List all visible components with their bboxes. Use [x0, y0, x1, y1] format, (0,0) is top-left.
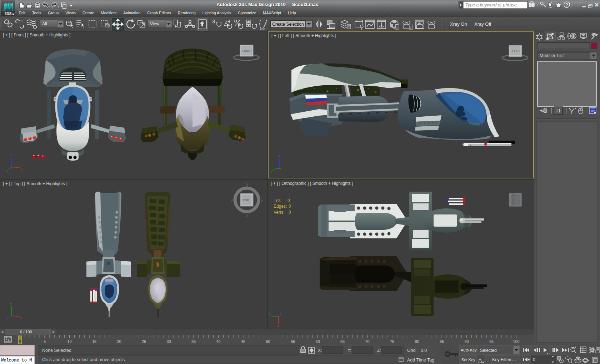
svg-text:80: 80 [415, 339, 419, 344]
svg-text:20: 20 [117, 339, 121, 344]
svg-text:30: 30 [166, 339, 171, 344]
svg-text:All: All [42, 21, 47, 26]
svg-text:Welcome to M: Welcome to M [1, 358, 32, 363]
svg-text:Xray Off: Xray Off [474, 21, 491, 27]
svg-text:Add Time Tag: Add Time Tag [407, 358, 434, 363]
svg-text:Xray On: Xray On [450, 21, 467, 27]
svg-text:LEFT: LEFT [512, 49, 520, 53]
svg-text:X:: X: [318, 348, 322, 353]
svg-text:z: z [280, 311, 282, 315]
svg-text:90: 90 [464, 339, 469, 344]
svg-text:Edges:: Edges: [274, 204, 287, 209]
svg-text:25: 25 [142, 339, 146, 344]
svg-text:0: 0 [19, 339, 21, 343]
svg-text:y: y [10, 301, 12, 305]
svg-text:<: < [1, 330, 4, 334]
svg-text:TOP: TOP [242, 198, 249, 202]
svg-text:z: z [6, 317, 9, 321]
svg-text:Create Selection Se: Create Selection Se [272, 22, 310, 27]
svg-text:y: y [269, 312, 271, 316]
svg-text:0: 0 [289, 210, 291, 215]
svg-text:z: z [10, 152, 12, 157]
svg-text:Grid = 0.0: Grid = 0.0 [407, 348, 427, 353]
svg-text:Tris:: Tris: [274, 198, 282, 203]
svg-text:40: 40 [216, 339, 220, 344]
svg-text:0: 0 [288, 198, 290, 203]
svg-text:BOTTOM: BOTTOM [512, 192, 515, 205]
svg-text:3DS: 3DS [5, 12, 12, 16]
svg-text:Y:: Y: [348, 348, 351, 353]
svg-text:Auto Key: Auto Key [461, 348, 477, 352]
svg-text:W: W [230, 198, 234, 202]
svg-text:0: 0 [533, 357, 535, 362]
svg-text:x: x [277, 323, 279, 328]
svg-text:Set Key: Set Key [461, 358, 475, 362]
svg-text:View: View [150, 21, 159, 26]
svg-text:y: y [271, 169, 273, 173]
svg-text:None Selected: None Selected [42, 348, 71, 353]
svg-text:Z:: Z: [377, 348, 381, 353]
svg-text:50: 50 [266, 339, 270, 344]
svg-text:y: y [6, 168, 9, 172]
svg-text:N: N [245, 182, 248, 187]
svg-text:70: 70 [365, 339, 369, 344]
svg-text:Selected: Selected [480, 348, 497, 353]
svg-text:0 / 100: 0 / 100 [20, 330, 32, 334]
svg-text:x: x [20, 167, 22, 171]
svg-text:65: 65 [340, 339, 345, 344]
svg-text:75: 75 [390, 339, 394, 344]
svg-text:FRONT: FRONT [242, 49, 252, 52]
svg-text:85: 85 [440, 339, 444, 344]
svg-text:Type a keyword or phrase: Type a keyword or phrase [465, 2, 517, 7]
svg-text:15: 15 [92, 339, 96, 344]
svg-text:55: 55 [291, 339, 295, 344]
svg-text:10: 10 [67, 339, 71, 344]
svg-text:95: 95 [489, 339, 494, 344]
svg-text:S: S [245, 213, 248, 217]
svg-text:>: > [52, 330, 54, 334]
svg-text:100: 100 [513, 339, 519, 344]
svg-text:Key Filters...: Key Filters... [492, 357, 516, 362]
svg-text:3: 3 [212, 19, 215, 24]
svg-text:35: 35 [191, 339, 196, 344]
svg-text:45: 45 [241, 339, 245, 344]
svg-text:Modifier List: Modifier List [540, 53, 564, 58]
svg-text:Verts:: Verts: [274, 210, 285, 215]
svg-text:60: 60 [315, 339, 320, 344]
svg-text:0: 0 [289, 204, 291, 209]
svg-text:ABC: ABC [260, 28, 265, 30]
svg-text:E: E [260, 198, 263, 202]
svg-text:?: ? [565, 2, 568, 7]
svg-text:z: z [278, 154, 280, 158]
svg-text:5: 5 [44, 339, 46, 344]
svg-text:Click and drag to select and m: Click and drag to select and move object… [42, 357, 125, 362]
svg-text:x: x [20, 316, 22, 320]
